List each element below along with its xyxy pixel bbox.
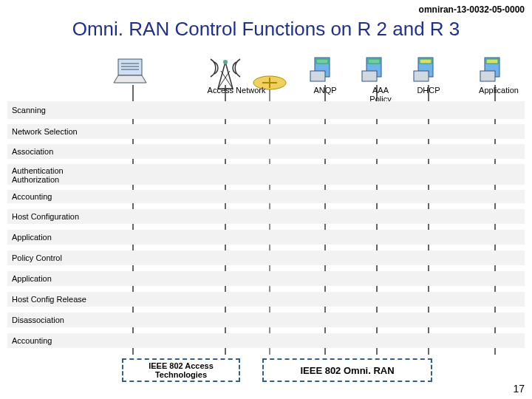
phase-row: Disassociation [7, 313, 525, 327]
svg-rect-21 [310, 71, 325, 81]
svg-marker-8 [114, 75, 146, 83]
phase-row: Application [7, 230, 525, 245]
svg-rect-30 [480, 71, 495, 81]
svg-rect-24 [362, 71, 377, 81]
svg-rect-20 [316, 59, 328, 64]
page-number: 17 [513, 383, 525, 395]
col-application: Application [473, 86, 525, 95]
laptop-icon [114, 59, 146, 83]
server-icons [310, 58, 499, 81]
phase-row: Application [7, 271, 525, 286]
server-icon-anqp [310, 58, 330, 81]
phase-row: Host Config Release [7, 292, 525, 307]
phase-row: Accounting [7, 190, 525, 203]
slide-title: Omni. RAN Control Functions on R 2 and R… [0, 18, 532, 41]
doc-id: omniran-13-0032-05-0000 [419, 4, 525, 15]
phase-row: Policy Control [7, 250, 525, 265]
antenna-icon [211, 59, 240, 89]
svg-rect-7 [118, 59, 142, 75]
col-anqp: ANQP [307, 86, 344, 95]
server-icon-aaa [362, 58, 381, 81]
server-icon-dhcp [414, 58, 433, 81]
phase-row: Scanning [7, 101, 525, 119]
phase-row: Association [7, 144, 525, 159]
svg-rect-26 [420, 59, 432, 64]
svg-rect-29 [486, 59, 498, 64]
footer-access-tech: IEEE 802 Access Technologies [122, 358, 240, 382]
phase-row: Authentication Authorization [7, 164, 525, 185]
svg-point-15 [223, 60, 228, 64]
footer-omniran: IEEE 802 Omni. RAN [262, 358, 432, 382]
diagram-canvas: Access Network ANQP AAA Policy Configura… [0, 52, 532, 399]
svg-rect-23 [368, 59, 380, 64]
server-icon-app [480, 58, 499, 81]
svg-rect-27 [414, 71, 429, 81]
phase-row: Host Configuration [7, 209, 525, 224]
phase-row: Network Selection [7, 124, 525, 139]
col-dhcp: DHCP [410, 86, 447, 95]
phase-row: Accounting [7, 333, 525, 348]
col-access-network: Access Network [192, 86, 281, 95]
